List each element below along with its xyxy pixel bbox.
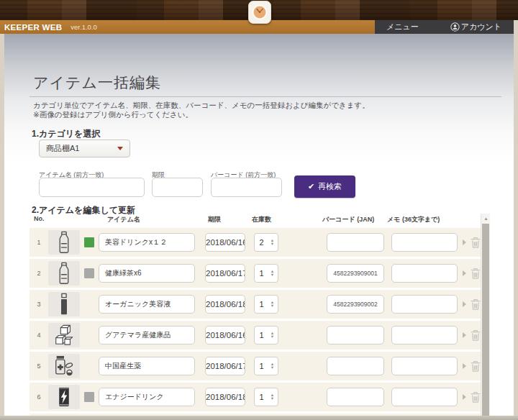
row-expand-arrow-icon[interactable] — [463, 239, 466, 245]
app-version: ver.1.0.0 — [71, 23, 96, 31]
check-icon: ✔ — [308, 182, 314, 191]
item-image — [48, 323, 80, 347]
item-name-input[interactable] — [99, 388, 195, 406]
memo-input[interactable] — [391, 357, 458, 375]
deadline-input[interactable] — [205, 264, 245, 283]
nav-right: メニュー アカウント — [375, 20, 518, 34]
stepper-down-icon[interactable]: ▼ — [271, 304, 274, 308]
memo-input[interactable] — [391, 388, 458, 406]
stock-stepper[interactable]: 1 ▲▼ — [254, 357, 278, 375]
category-selected-value: 商品棚A1 — [46, 143, 117, 154]
col-header-name: アイテム名 — [107, 215, 140, 224]
window-frame-left — [0, 34, 4, 420]
search-deadline-input[interactable] — [152, 178, 203, 197]
row-expand-arrow-icon[interactable] — [463, 394, 466, 400]
stepper-down-icon[interactable]: ▼ — [271, 366, 274, 370]
row-number: 3 — [29, 301, 48, 308]
memo-input[interactable] — [391, 295, 458, 314]
account-person-icon — [450, 22, 460, 32]
scrollbar-thumb[interactable] — [482, 224, 489, 420]
stepper-down-icon[interactable]: ▼ — [271, 273, 274, 277]
barcode-input[interactable] — [327, 233, 384, 252]
search-item-name-input[interactable] — [39, 178, 145, 197]
table-row: 1 2 ▲▼ — [29, 228, 481, 257]
barcode-input[interactable] — [327, 295, 384, 314]
table-scrollbar[interactable]: ▲ ▼ — [481, 214, 490, 420]
deadline-input[interactable] — [205, 233, 245, 252]
search-barcode-input[interactable] — [211, 178, 282, 197]
item-name-input[interactable] — [99, 357, 195, 375]
stepper-down-icon[interactable]: ▼ — [271, 242, 274, 246]
row-expand-arrow-icon[interactable] — [463, 332, 466, 338]
row-expand-arrow-icon[interactable] — [463, 363, 466, 369]
keeper-app-clock-icon — [248, 1, 271, 24]
research-button-label: 再検索 — [318, 181, 342, 192]
item-image — [48, 230, 80, 255]
row-expand-arrow-icon[interactable] — [463, 301, 466, 307]
brand-title: KEEPER WEB — [4, 23, 62, 32]
nav-menu[interactable]: メニュー — [386, 22, 419, 32]
nav-account-label: アカウント — [461, 22, 501, 32]
nav-account[interactable]: アカウント — [450, 22, 501, 32]
items-table: No. アイテム名 期限 在庫数 バーコード (JAN) メモ (36文字まで)… — [29, 214, 490, 420]
drink-bottle-icon — [56, 262, 72, 285]
barcode-input[interactable] — [327, 326, 384, 344]
cosmetic-bottle-icon — [56, 293, 72, 316]
stock-stepper[interactable]: 1 ▲▼ — [254, 295, 278, 314]
item-name-input[interactable] — [99, 264, 195, 283]
deadline-input[interactable] — [205, 295, 245, 314]
page-note: ※画像の登録はアプリ側から行ってください。 — [33, 110, 193, 120]
row-expand-arrow-icon[interactable] — [463, 270, 466, 276]
stock-stepper[interactable]: 2 ▲▼ — [254, 233, 278, 252]
stepper-down-icon[interactable]: ▼ — [271, 397, 274, 401]
color-chip — [84, 392, 94, 402]
col-header-barcode: バーコード (JAN) — [322, 215, 374, 224]
page-description: カテゴリ単位でアイテム名、期限、在庫数、バーコード、メモの一括登録および編集がで… — [33, 101, 370, 111]
item-name-input[interactable] — [99, 233, 195, 252]
window-frame-right — [514, 20, 518, 420]
deadline-input[interactable] — [205, 326, 245, 344]
table-row: 2 1 ▲▼ — [29, 259, 481, 288]
table-row: 6 1 ▲▼ — [29, 383, 481, 411]
category-section-heading: 1.カテゴリを選択 — [32, 128, 100, 140]
deadline-input[interactable] — [205, 388, 245, 406]
page-title: アイテム一括編集 — [33, 73, 161, 93]
stepper-down-icon[interactable]: ▼ — [271, 335, 274, 339]
window-frame-bottom — [0, 416, 518, 420]
row-number: 1 — [29, 239, 48, 246]
item-name-input[interactable] — [99, 326, 195, 344]
barcode-input[interactable] — [327, 357, 384, 375]
item-name-input[interactable] — [99, 295, 195, 314]
category-select[interactable]: 商品棚A1 — [39, 140, 130, 158]
scrollbar-up-icon[interactable]: ▲ — [481, 214, 490, 223]
col-header-no: No. — [34, 215, 45, 222]
memo-input[interactable] — [391, 233, 458, 252]
table-row: 5 1 ▲▼ — [29, 352, 481, 380]
table-header: No. アイテム名 期限 在庫数 バーコード (JAN) メモ (36文字まで) — [29, 214, 490, 227]
brand-bar: KEEPER WEB ver.1.0.0 — [0, 20, 375, 34]
stock-stepper[interactable]: 1 ▲▼ — [254, 326, 278, 344]
medicine-bottle-pills-icon — [54, 355, 74, 377]
research-button[interactable]: ✔ 再検索 — [294, 175, 355, 198]
memo-input[interactable] — [391, 326, 458, 344]
page-body: アイテム一括編集 カテゴリ単位でアイテム名、期限、在庫数、バーコード、メモの一括… — [4, 34, 514, 416]
energy-drink-can-icon — [56, 385, 72, 408]
col-header-deadline: 期限 — [208, 215, 221, 224]
row-number: 2 — [29, 270, 48, 277]
barcode-input[interactable] — [327, 388, 384, 406]
table-row: 3 1 ▲▼ — [29, 290, 481, 319]
barcode-input[interactable] — [327, 264, 384, 283]
table-row: 4 1 ▲▼ — [29, 321, 481, 350]
stock-stepper[interactable]: 1 ▲▼ — [254, 264, 278, 283]
row-number: 5 — [29, 362, 48, 370]
item-image — [48, 354, 80, 378]
title-divider — [29, 96, 501, 97]
stock-stepper[interactable]: 1 ▲▼ — [254, 388, 278, 406]
col-header-stock: 在庫数 — [252, 215, 271, 224]
deadline-input[interactable] — [205, 357, 245, 375]
row-number: 6 — [29, 393, 48, 401]
clock-icon — [251, 4, 268, 21]
memo-input[interactable] — [391, 264, 458, 283]
sugar-cubes-icon — [53, 324, 75, 347]
chevron-down-icon — [117, 147, 123, 150]
